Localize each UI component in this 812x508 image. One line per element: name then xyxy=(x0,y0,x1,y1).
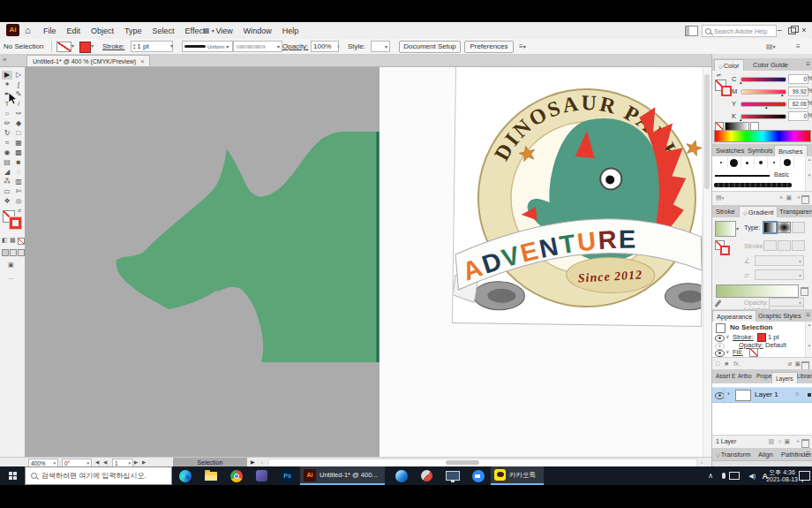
vertical-scrollbar[interactable] xyxy=(703,67,711,457)
reference-logo-image[interactable]: DINOSAUR PARK xyxy=(452,67,705,327)
collect-for-export-icon[interactable]: ▥ xyxy=(768,438,774,445)
tool-gradient[interactable]: ■ xyxy=(13,158,24,167)
tool-free-transform[interactable]: ▦ xyxy=(13,139,24,148)
tab-align[interactable]: Align xyxy=(755,449,777,459)
brush-thumbnail[interactable] xyxy=(727,156,741,169)
tab-gradient[interactable]: ◇Gradient xyxy=(739,206,778,217)
tool-blend[interactable]: ◌ xyxy=(13,168,24,177)
new-stroke-icon[interactable]: □ xyxy=(716,360,719,367)
edit-toolbar-icon[interactable]: … xyxy=(8,274,14,281)
tool-mesh[interactable]: ▤ xyxy=(2,158,12,167)
stroke-weight-field[interactable]: ▴▾ 1 pt xyxy=(131,41,173,52)
aspect-ratio-select[interactable]: ▾ xyxy=(755,269,804,280)
menu-type[interactable]: Type xyxy=(119,27,147,35)
appearance-fill-label[interactable]: Fill: xyxy=(733,348,743,356)
layer-target-icon[interactable]: ○ xyxy=(795,390,799,397)
delete-layer-icon[interactable] xyxy=(801,439,809,448)
draw-normal-button[interactable] xyxy=(2,249,9,256)
tool-artboard[interactable]: ▭ xyxy=(2,187,12,196)
appearance-stroke-label[interactable]: Stroke: xyxy=(733,333,754,341)
gradient-thumbnail[interactable] xyxy=(715,221,736,237)
none-button[interactable] xyxy=(18,238,25,245)
brush-thumbnail[interactable] xyxy=(780,156,794,169)
close-button[interactable]: × xyxy=(798,22,810,39)
opacity-more-icon[interactable]: › xyxy=(337,39,340,54)
gradient-button[interactable]: ▩ xyxy=(10,237,16,244)
stroke-proxy[interactable] xyxy=(720,246,730,255)
make-mask-icon[interactable]: ▣ xyxy=(784,438,790,445)
layer-expand-icon[interactable]: › xyxy=(727,390,730,398)
visibility-eye-icon[interactable] xyxy=(715,335,725,342)
menu-file[interactable]: File xyxy=(38,27,62,35)
tab-color[interactable]: ◇Color xyxy=(714,59,744,71)
fill-color-swatch[interactable] xyxy=(79,42,91,53)
channel-slider[interactable] xyxy=(741,89,786,95)
delete-stop-icon[interactable] xyxy=(801,287,808,296)
width-profile-select[interactable]: Uniform ▾ xyxy=(182,41,233,52)
stroke-align-button[interactable] xyxy=(792,240,805,251)
brush-options-icon[interactable]: ▣ xyxy=(786,194,792,201)
tray-hidden-icons[interactable]: ∧ xyxy=(708,466,713,485)
tool-eyedropper[interactable]: ◢ xyxy=(2,168,12,177)
screen-mode-icon[interactable]: ▣ xyxy=(8,262,14,269)
tab-stroke[interactable]: Stroke xyxy=(712,206,739,216)
tab-libraries[interactable]: Librari xyxy=(793,370,812,381)
dinosaur-silhouette[interactable] xyxy=(117,132,378,362)
menu-object[interactable]: Object xyxy=(86,27,119,35)
taskbar-app-3[interactable] xyxy=(414,466,440,485)
stroke-align-button[interactable] xyxy=(763,240,777,251)
menu-edit[interactable]: Edit xyxy=(62,27,86,35)
brush-thumbnail[interactable] xyxy=(754,156,768,169)
menu-window[interactable]: Window xyxy=(238,27,277,35)
taskbar-edge[interactable] xyxy=(172,466,198,485)
draw-behind-button[interactable] xyxy=(10,249,17,256)
menu-view[interactable]: View xyxy=(210,27,237,35)
tab-graphic-styles[interactable]: Graphic Styles xyxy=(755,310,805,321)
document-tab[interactable]: Untitled-1* @ 400 % (CMYK/Preview) × xyxy=(26,55,150,66)
visibility-eye-icon[interactable] xyxy=(715,343,725,350)
taskbar-zoom[interactable] xyxy=(465,466,491,485)
vertical-scroll-thumb[interactable] xyxy=(704,74,710,189)
expand-icon[interactable]: ∨ xyxy=(726,333,729,339)
gradient-presets-icon[interactable]: ▾ xyxy=(736,225,739,231)
tab-color-guide[interactable]: Color Guide xyxy=(749,59,792,70)
fill-color-chip[interactable] xyxy=(749,348,758,357)
workspace-switcher-icon[interactable] xyxy=(685,26,698,36)
charcoal-brush-line[interactable] xyxy=(714,183,792,187)
opacity-label[interactable]: Opacity: xyxy=(282,39,308,54)
taskbar-kakaotalk[interactable]: 카카오톡 xyxy=(491,466,544,485)
freeform-gradient-button[interactable] xyxy=(792,222,805,233)
tool-hand[interactable]: ❖ xyxy=(2,197,12,206)
stroke-color-dropdown-icon[interactable]: ▾ xyxy=(71,39,74,54)
tool-paintbrush[interactable]: ✑ xyxy=(13,110,24,118)
menu-select[interactable]: Select xyxy=(147,27,180,35)
brush-thumbnail[interactable] xyxy=(714,156,728,169)
layer-row[interactable]: › Layer 1 ○ xyxy=(712,387,812,403)
tab-close-icon[interactable]: × xyxy=(140,58,144,64)
panel-extra-icon[interactable]: ▤▾ xyxy=(766,39,776,54)
home-icon[interactable]: ⌂ xyxy=(25,22,31,39)
channel-slider[interactable] xyxy=(741,102,786,107)
tool-pencil[interactable]: ✏ xyxy=(2,119,12,128)
panel-menu-icon[interactable]: ≡ xyxy=(806,450,810,458)
align-options-icon[interactable]: ≡▾ xyxy=(519,39,526,54)
brushes-scrollbar[interactable]: ▴▾ xyxy=(805,156,812,191)
notification-center-icon[interactable] xyxy=(799,466,810,485)
duplicate-item-icon[interactable]: ▣ xyxy=(794,360,801,368)
touchpad-icon[interactable] xyxy=(729,466,740,485)
slider-marker[interactable]: ▴ xyxy=(781,93,784,97)
locate-object-icon[interactable]: ○ xyxy=(778,438,782,444)
tool-lasso[interactable]: ʃ xyxy=(13,80,24,89)
channel-value[interactable]: 0 xyxy=(788,111,808,121)
tool-shape-builder[interactable]: ◉ xyxy=(2,148,12,157)
tool-selection[interactable]: ▶ xyxy=(2,71,12,80)
taskbar-illustrator-task[interactable]: Ai Untitled-1* @ 400... xyxy=(300,466,385,485)
stroke-weight-dropdown-icon[interactable]: ▾ xyxy=(170,39,173,54)
brush-definition-select[interactable]: ▾ xyxy=(233,41,282,52)
taskbar-app[interactable] xyxy=(249,466,274,485)
delete-brush-icon[interactable] xyxy=(801,195,809,204)
stroke-proxy[interactable] xyxy=(10,217,21,229)
preferences-button[interactable]: Preferences xyxy=(464,41,514,53)
tab-artboards[interactable]: Artbo xyxy=(734,370,756,381)
eyedropper-icon[interactable] xyxy=(714,299,721,307)
